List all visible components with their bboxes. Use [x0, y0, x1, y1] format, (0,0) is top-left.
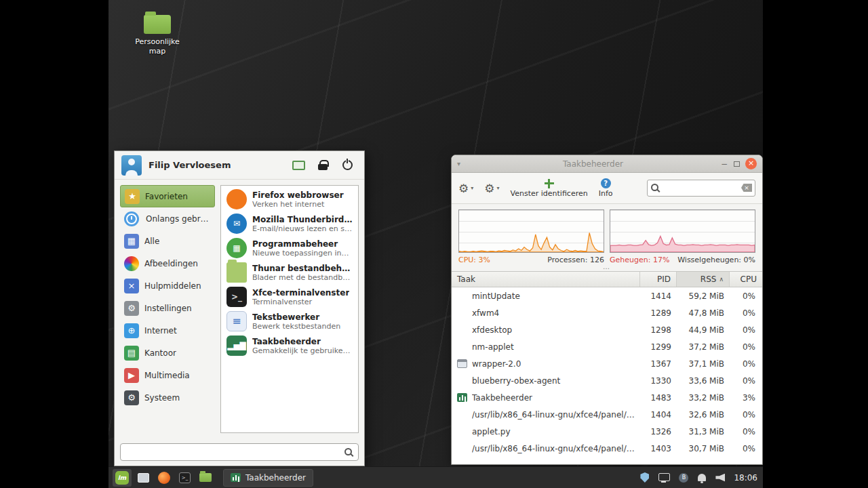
home-folder-icon [144, 15, 171, 34]
menu-app-item[interactable]: Firefox webbrowser Verken het internet [222, 187, 357, 211]
settings-button[interactable] [288, 155, 309, 176]
menu-category[interactable]: ▤ Kantoor [120, 342, 215, 364]
menu-category[interactable]: ⚙ Instellingen [120, 297, 215, 319]
process-row[interactable]: wrapper-2.0 1367 37,1 MiB 0% [452, 355, 762, 372]
menu-category[interactable]: ⚙ Systeem [120, 386, 215, 409]
menu-app-item[interactable]: >_ Xfce-terminalvenster Terminalvenster [222, 285, 357, 309]
clock[interactable]: 18:06 [734, 473, 757, 483]
column-header-rss[interactable]: RSS ∧ [677, 272, 730, 287]
menu-app-item[interactable]: ▦ Programmabeheer Nieuwe toepassingen in… [222, 236, 357, 260]
logout-button[interactable] [337, 155, 357, 176]
process-rss: 31,3 MiB [677, 427, 730, 436]
menu-category[interactable]: × Hulpmiddelen [120, 274, 215, 297]
identify-window-button[interactable]: Venster identificeren [511, 179, 588, 198]
column-header-task[interactable]: Taak [452, 272, 640, 287]
column-header-cpu[interactable]: CPU [730, 272, 762, 287]
menu-button[interactable]: lm [113, 469, 132, 487]
menu-app-item[interactable]: ≡ Tekstbewerker Bewerk tekstbestanden [222, 309, 357, 333]
app-icon: ▂▅▇ [226, 336, 247, 356]
process-name: nm-applet [472, 342, 640, 352]
process-row[interactable]: /usr/lib/x86_64-linux-gnu/xfce4/panel/wr… [452, 440, 762, 457]
menu-search [115, 439, 364, 466]
filter-menu-button[interactable]: ⚙ ▾ [484, 182, 499, 195]
crosshair-icon [545, 179, 554, 188]
menu-category[interactable]: ▦ Alle [120, 230, 215, 252]
user-avatar[interactable] [121, 155, 142, 176]
category-icon: ▤ [124, 346, 139, 361]
notifications-bell-icon[interactable] [698, 474, 706, 481]
process-row[interactable]: /usr/lib/x86_64-linux-gnu/xfce4/panel/wr… [452, 406, 762, 423]
settings-menu-button[interactable]: ⚙ ▾ [458, 182, 473, 195]
process-pid: 1330 [640, 376, 677, 386]
maximize-button[interactable] [730, 159, 743, 169]
file-manager-launcher[interactable] [197, 469, 214, 487]
bluetooth-icon[interactable]: B [679, 473, 688, 483]
table-header: Taak PID RSS ∧ CPU [452, 272, 762, 287]
process-cpu: 0% [730, 376, 762, 386]
titlebar[interactable]: ▾ Taakbeheerder − × [452, 155, 762, 173]
shade-icon[interactable]: ▾ [457, 160, 468, 167]
process-row[interactable]: blueberry-obex-agent 1330 33,6 MiB 0% [452, 372, 762, 389]
process-row[interactable]: mintUpdate 1414 59,2 MiB 0% [452, 287, 762, 304]
process-pid: 1298 [640, 325, 677, 335]
menu-category[interactable]: ▶ Multimedia [120, 364, 215, 386]
process-rss: 33,2 MiB [677, 393, 730, 403]
volume-icon[interactable] [715, 474, 725, 482]
minimize-button[interactable]: − [718, 159, 730, 169]
menu-app-item[interactable]: ✉ Mozilla Thunderbird e-mail/nieu… E-mai… [222, 211, 357, 236]
window-button-taskmanager[interactable]: Taakbeheerder [223, 469, 313, 487]
menu-header: Filip Vervloesem [115, 151, 364, 180]
network-icon[interactable] [658, 473, 669, 483]
process-table: Taak PID RSS ∧ CPU mintUpdate 1414 59,2 … [452, 271, 762, 464]
lock-screen-button[interactable] [313, 155, 333, 176]
category-label: Onlangs gebruikt [146, 214, 211, 224]
letterbox-left [0, 0, 108, 488]
desktop-icon-home[interactable]: Persoonlijke map [131, 15, 184, 56]
firefox-icon [158, 472, 170, 484]
process-rss: 33,6 MiB [677, 376, 730, 386]
terminal-launcher[interactable]: >_ [176, 469, 193, 487]
info-button[interactable]: ? Info [599, 178, 613, 198]
menu-app-item[interactable]: ▂▅▇ Taakbeheerder Gemakkelijk te gebruik… [222, 333, 357, 358]
process-row[interactable]: xfdesktop 1298 44,9 MiB 0% [452, 321, 762, 338]
usage-graphs [452, 204, 762, 254]
firefox-launcher[interactable] [155, 469, 173, 487]
app-subtitle: Blader met de bestandbeheerder d… [252, 273, 353, 282]
process-cpu: 0% [730, 291, 762, 301]
app-title: Programmabeheer [252, 239, 353, 249]
process-cpu: 0% [730, 359, 762, 369]
update-shield-icon[interactable] [640, 472, 649, 483]
process-pid: 1367 [640, 359, 677, 369]
app-title: Taakbeheerder [252, 337, 353, 346]
process-name: Taakbeheerder [472, 393, 640, 403]
category-label: Multimedia [144, 371, 190, 380]
process-pid: 1326 [640, 427, 677, 436]
menu-category[interactable]: Afbeeldingen [120, 252, 215, 274]
process-row[interactable]: nm-applet 1299 37,2 MiB 0% [452, 338, 762, 355]
process-search-input[interactable] [647, 180, 755, 197]
menu-category[interactable]: Onlangs gebruikt [120, 207, 215, 230]
process-name: xfwm4 [472, 308, 640, 318]
process-rss: 37,2 MiB [677, 342, 730, 352]
app-icon: ≡ [226, 311, 247, 331]
process-row[interactable]: applet.py 1326 31,3 MiB 0% [452, 423, 762, 440]
process-row[interactable]: Taakbeheerder 1483 33,2 MiB 3% [452, 389, 762, 406]
taskmanager-window: ▾ Taakbeheerder − × ⚙ ▾ ⚙ ▾ Venster iden… [451, 155, 763, 465]
menu-app-item[interactable]: Thunar bestandbeheerder Blader met de be… [222, 260, 357, 285]
pane-splitter-handle[interactable]: … [452, 264, 762, 271]
menu-category[interactable]: ⊕ Internet [120, 319, 215, 342]
process-row[interactable]: xfwm4 1289 47,8 MiB 0% [452, 304, 762, 321]
show-desktop-button[interactable] [135, 469, 152, 487]
question-icon: ? [601, 178, 611, 188]
show-desktop-icon [138, 473, 149, 483]
app-title: Mozilla Thunderbird e-mail/nieu… [252, 215, 353, 224]
category-label: Alle [144, 237, 159, 246]
close-button[interactable]: × [745, 158, 757, 169]
menu-search-input[interactable] [120, 443, 359, 461]
menu-category[interactable]: ★ Favorieten [120, 185, 215, 207]
search-icon [344, 448, 353, 457]
category-icon: ⚙ [124, 390, 139, 405]
column-header-pid[interactable]: PID [640, 272, 677, 287]
chevron-down-icon: ▾ [471, 185, 473, 191]
process-name: applet.py [472, 427, 640, 436]
